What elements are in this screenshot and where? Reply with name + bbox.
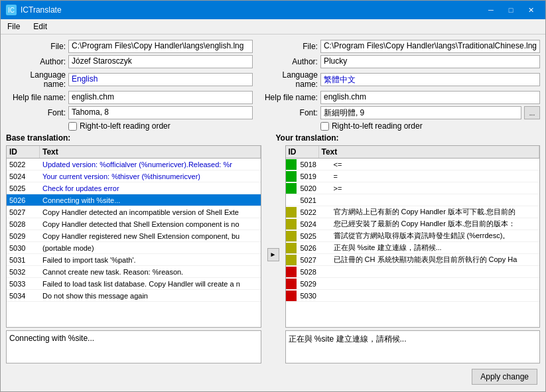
your-row-text [331,200,540,201]
table-row[interactable]: 5031Failed to import task '%path'. [7,254,261,266]
right-file-row: File: C:\Program Files\Copy Handler\lang… [258,40,540,53]
left-author-value[interactable]: Józef Starosczyk [68,55,253,68]
your-row-text: 嘗試從官方網站取得版本資訊時發生錯誤 (%errdesc)。 [331,230,540,241]
table-row[interactable]: 5026Connecting with %site... [7,194,261,206]
left-author-label: Author: [6,57,66,66]
minimize-button[interactable]: ─ [482,3,500,17]
table-row[interactable]: 5024Your current version: %thisver (%thi… [7,170,261,182]
right-rtl-label: Right-to-left reading order [332,121,423,131]
left-help-row: Help file name: english.chm [6,91,253,104]
table-row[interactable]: 5024您已經安裝了最新的 Copy Handler 版本.您目前的版本： [286,218,540,230]
color-indicator [286,159,297,170]
right-font-value[interactable]: 新細明體, 9 [320,106,521,119]
color-indicator [286,219,297,229]
right-language-row: Language name: 繁體中文 [258,70,540,89]
table-row[interactable]: 5018<= [286,159,540,170]
left-rtl-label: Right-to-left reading order [80,121,171,131]
base-row-id: 5030 [7,243,40,253]
right-metadata-panel: File: C:\Program Files\Copy Handler\lang… [258,40,540,131]
color-indicator [286,195,297,206]
right-file-value[interactable]: C:\Program Files\Copy Handler\langs\Trad… [320,40,540,53]
your-row-text: 官方網站上已有新的 Copy Handler 版本可下載.您目前的 [331,206,540,218]
base-row-text: Copy Handler registered new Shell Extens… [40,231,261,241]
table-row[interactable]: 5028 [286,266,540,278]
section-labels: Base translation: Your translation: [6,133,540,143]
apply-change-button[interactable]: Apply change [472,369,537,385]
left-language-value[interactable]: English [68,73,253,86]
right-help-label: Help file name: [258,93,318,102]
your-row-text: >= [331,184,540,193]
titlebar-left: IC ICTranslate [6,5,62,15]
menubar: File Edit [1,19,545,34]
right-author-value[interactable]: Plucky [320,55,540,68]
right-language-value[interactable]: 繁體中文 [320,73,540,86]
table-row[interactable]: 5032Cannot create new task. Reason: %rea… [7,266,261,278]
your-table-header: ID Text [286,146,540,159]
table-row[interactable]: 5022Updated version: %officialver (%nume… [7,159,261,170]
table-row[interactable]: 5021 [286,194,540,206]
left-help-value[interactable]: english.chm [68,91,253,104]
left-font-value[interactable]: Tahoma, 8 [68,106,253,119]
table-row[interactable]: 5033Failed to load task list database. C… [7,278,261,290]
color-indicator [286,255,297,265]
menu-file[interactable]: File [3,21,24,33]
table-row[interactable]: 5034Do not show this message again [7,290,261,302]
menu-edit[interactable]: Edit [29,21,51,33]
table-row[interactable]: 5027Copy Handler detected an incompatibl… [7,206,261,218]
table-row[interactable]: 5030 [286,290,540,302]
your-row-id: 5028 [298,267,331,277]
base-row-id: 5028 [7,220,40,229]
right-rtl-checkbox[interactable] [320,122,329,131]
base-row-id: 5031 [7,255,40,265]
table-row[interactable]: 5020>= [286,182,540,194]
base-row-text: Cannot create new task. Reason: %reason. [40,267,261,277]
base-row-text: (portable mode) [40,243,261,253]
table-row[interactable]: 5026正在與 %site 建立連線，請稍候... [286,242,540,254]
left-language-label: Language name: [6,70,66,89]
base-row-text: Do not show this message again [40,291,261,300]
your-row-text: <= [331,160,540,169]
table-row[interactable]: 5028Copy Handler detected that Shell Ext… [7,218,261,230]
your-translation-panel: ID Text 5018<=5019=5020>=50215022官方網站上已有… [285,145,541,363]
base-row-text: Failed to load task list database. Copy … [40,279,261,289]
your-row-id: 5018 [298,160,331,169]
table-row[interactable]: 5030(portable mode) [7,242,261,254]
base-row-id: 5032 [7,267,40,277]
your-section-label: Your translation: [276,133,541,143]
table-row[interactable]: 5025嘗試從官方網站取得版本資訊時發生錯誤 (%errdesc)。 [286,230,540,242]
table-row[interactable]: 5019= [286,170,540,182]
table-row[interactable]: 5027已註冊的 CH 系統快顯功能表與您目前所執行的 Copy Ha [286,254,540,266]
font-browse-button[interactable]: ... [524,106,540,119]
right-help-row: Help file name: english.chm [258,91,540,104]
left-rtl-row: Right-to-left reading order [6,121,253,131]
your-row-text [331,283,540,285]
table-row[interactable]: 5025Check for updates error [7,182,261,194]
table-row[interactable]: 5029 [286,278,540,290]
right-rtl-row: Right-to-left reading order [258,121,540,131]
color-indicator [286,171,297,182]
maximize-button[interactable]: □ [502,3,520,17]
right-help-value[interactable]: english.chm [320,91,540,104]
left-font-label: Font: [6,108,66,117]
left-rtl-checkbox[interactable] [68,122,77,131]
table-row[interactable]: 5022官方網站上已有新的 Copy Handler 版本可下載.您目前的 [286,206,540,218]
left-language-row: Language name: English [6,70,253,89]
base-table-body[interactable]: 5022Updated version: %officialver (%nume… [7,159,261,327]
your-row-id: 5021 [298,196,331,205]
base-row-text: Check for updates error [40,184,261,193]
your-col-id: ID [286,146,319,158]
window-controls: ─ □ ✕ [482,3,540,17]
your-row-id: 5026 [298,243,331,253]
your-table-body[interactable]: 5018<=5019=5020>=50215022官方網站上已有新的 Copy … [286,159,540,327]
base-row-id: 5033 [7,279,40,289]
your-preview: 正在與 %site 建立連線，請稍候... [285,330,541,363]
right-language-label: Language name: [258,70,318,89]
transfer-arrow-button[interactable]: ► [267,248,279,261]
base-section-title: Base translation: [6,133,70,143]
base-row-id: 5026 [7,196,40,205]
table-row[interactable]: 5029Copy Handler registered new Shell Ex… [7,230,261,242]
close-button[interactable]: ✕ [521,3,540,17]
bottom-bar: Apply change [6,366,540,386]
left-file-value[interactable]: C:\Program Files\Copy Handler\langs\engl… [68,40,253,53]
your-row-text: = [331,172,540,181]
